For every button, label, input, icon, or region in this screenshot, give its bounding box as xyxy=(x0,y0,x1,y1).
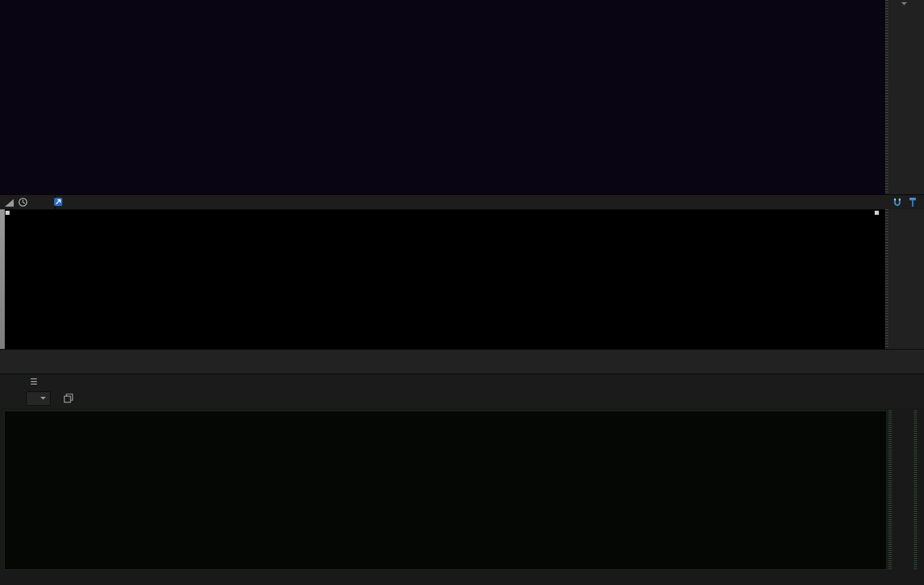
panel-menu-icon[interactable]: ☰ xyxy=(30,377,37,387)
waveform-display[interactable] xyxy=(0,209,884,349)
selection-handle-left[interactable] xyxy=(5,211,10,215)
chevron-down-icon xyxy=(40,397,46,400)
frequency-scale-ticks xyxy=(885,0,888,194)
copy-snapshot-icon[interactable] xyxy=(63,393,74,404)
analysis-controls xyxy=(0,389,924,408)
ruler-toolbar xyxy=(0,195,55,209)
clip-start-edge[interactable] xyxy=(0,209,5,349)
spectrogram-display[interactable] xyxy=(0,0,884,194)
db-axis xyxy=(888,411,921,570)
scale-dropdown[interactable] xyxy=(26,391,51,406)
selection-handle-right[interactable] xyxy=(875,211,879,215)
marker-pin-icon[interactable] xyxy=(908,197,917,207)
clock-icon[interactable] xyxy=(18,197,28,207)
snap-magnet-icon[interactable] xyxy=(893,197,902,207)
ruler-right-tools xyxy=(888,195,921,209)
playhead-marker-icon[interactable] xyxy=(54,198,62,206)
panel-tabs: ☰ xyxy=(0,374,924,389)
fade-envelope-icon[interactable] xyxy=(4,198,14,207)
db-axis-ticks-right xyxy=(914,411,917,570)
spectrogram-section xyxy=(0,0,924,194)
amplitude-scale[interactable] xyxy=(884,209,924,349)
amplitude-scale-ticks xyxy=(885,209,888,349)
scroll-up-icon[interactable] xyxy=(901,2,907,5)
frequency-analysis-panel xyxy=(0,408,924,585)
timeline-ticks xyxy=(0,195,884,209)
transport-bar xyxy=(0,349,924,374)
audio-editor-window: ☰ xyxy=(0,0,924,585)
timeline-ruler[interactable] xyxy=(0,194,924,210)
waveform-section xyxy=(0,209,924,349)
frequency-scale[interactable] xyxy=(884,0,924,194)
hz-axis xyxy=(4,571,894,584)
analysis-plot xyxy=(4,411,887,570)
db-axis-ticks xyxy=(888,411,892,570)
